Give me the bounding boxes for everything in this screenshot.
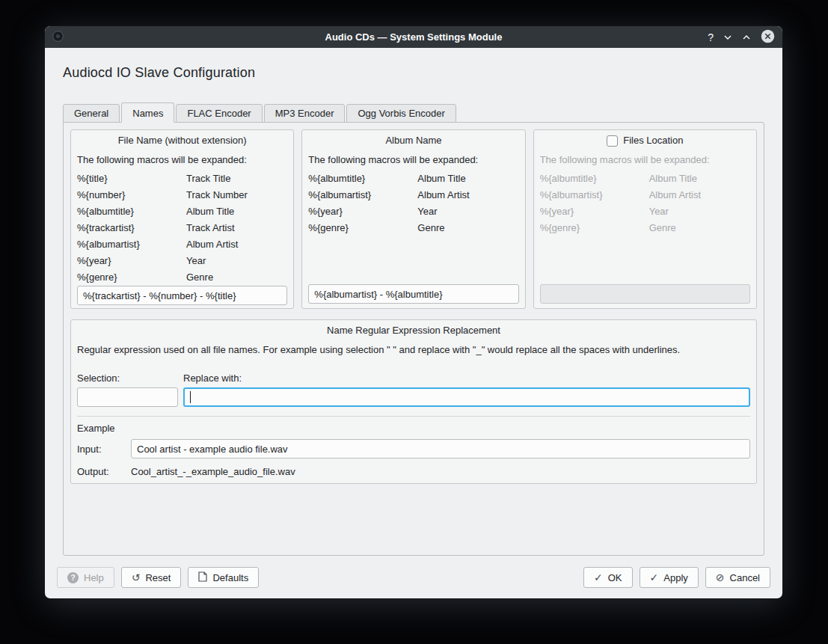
tab-names[interactable]: Names <box>121 102 174 123</box>
macro-row: %{genre} Genre <box>540 220 750 236</box>
circle-slash-icon: ⊘ <box>716 572 725 583</box>
macro-name: %{albumtitle} <box>540 171 649 187</box>
example-divider <box>77 416 750 417</box>
files-location-groupbox-title: Files Location <box>623 135 683 147</box>
replace-with-input[interactable] <box>183 387 750 407</box>
replace-with-label: Replace with: <box>183 372 242 384</box>
ok-button-label: OK <box>608 572 622 583</box>
macro-row: %{albumartist} Album Artist <box>77 236 287 253</box>
macro-description: Album Title <box>186 203 287 220</box>
files-location-pattern-input <box>540 284 750 304</box>
question-mark-icon: ? <box>708 32 714 43</box>
titlebar: Audio CDs — System Settings Module ? <box>45 26 782 48</box>
tab-bar: General Names FLAC Encoder MP3 Encoder O… <box>63 102 764 123</box>
macro-name: %{number} <box>77 187 186 203</box>
example-output-value: Cool_artist_-_example_audio_file.wav <box>131 466 295 477</box>
macro-row: %{genre} Genre <box>77 269 287 286</box>
names-tab-panel: File Name (without extension) The follow… <box>63 122 764 556</box>
checkmark-icon: ✓ <box>594 572 603 583</box>
macro-name: %{genre} <box>77 269 186 286</box>
example-output-label: Output: <box>77 466 131 477</box>
macro-description: Genre <box>186 269 287 286</box>
macro-description: Year <box>417 203 518 220</box>
macro-name: %{year} <box>77 253 186 269</box>
macro-row: %{year} Year <box>308 203 518 220</box>
defaults-button-label: Defaults <box>212 572 248 583</box>
files-location-groupbox: Files Location The following macros will… <box>533 129 757 309</box>
example-input-field[interactable] <box>131 439 750 459</box>
macro-description: Track Artist <box>186 220 287 236</box>
macro-row: %{albumtitle} Album Title <box>308 171 518 187</box>
tab-ogg-vorbis-encoder[interactable]: Ogg Vorbis Encoder <box>346 104 456 123</box>
apply-button[interactable]: ✓ Apply <box>640 567 699 588</box>
macro-name: %{albumtitle} <box>308 171 417 187</box>
example-label: Example <box>77 423 750 435</box>
file-name-macros-intro: The following macros will be expanded: <box>77 154 287 166</box>
example-input-label: Input: <box>77 444 131 455</box>
macro-row: %{genre} Genre <box>308 220 518 236</box>
files-location-macro-table: %{albumtitle} Album Title %{albumartist}… <box>540 171 750 236</box>
cancel-button-label: Cancel <box>730 572 760 583</box>
macro-name: %{albumartist} <box>540 187 649 203</box>
macro-row: %{albumtitle} Album Title <box>77 203 287 220</box>
macro-name: %{genre} <box>540 220 649 236</box>
macro-description: Track Title <box>186 171 287 187</box>
undo-icon: ↺ <box>132 572 141 583</box>
macro-description: Genre <box>649 220 750 236</box>
settings-window: Audio CDs — System Settings Module ? <box>45 26 782 598</box>
regex-replacement-groupbox: Name Regular Expression Replacement Regu… <box>70 319 757 484</box>
regex-groupbox-title: Name Regular Expression Replacement <box>77 325 750 337</box>
titlebar-rollup-button[interactable] <box>742 31 751 43</box>
tab-flac-encoder[interactable]: FLAC Encoder <box>176 104 262 123</box>
macro-description: Album Artist <box>417 187 518 203</box>
album-name-groupbox: Album Name The following macros will be … <box>301 129 525 309</box>
macro-description: Album Artist <box>649 187 750 203</box>
macro-description: Album Title <box>649 171 750 187</box>
album-name-groupbox-title: Album Name <box>308 135 518 147</box>
album-name-macros-intro: The following macros will be expanded: <box>308 154 518 166</box>
macro-name: %{albumtitle} <box>77 203 186 220</box>
regex-description: Regular expression used on all file name… <box>77 344 750 356</box>
macro-name: %{year} <box>540 203 649 220</box>
reset-button-label: Reset <box>145 572 171 583</box>
audiocd-window-icon <box>52 31 64 44</box>
checkmark-icon: ✓ <box>650 572 659 583</box>
ok-button[interactable]: ✓ OK <box>583 567 633 588</box>
album-name-pattern-input[interactable] <box>308 284 518 304</box>
macro-name: %{albumartist} <box>77 236 186 253</box>
album-name-macro-table: %{albumtitle} Album Title %{albumartist}… <box>308 171 518 236</box>
selection-label: Selection: <box>77 372 183 384</box>
chevron-down-icon <box>723 31 732 43</box>
macro-row: %{albumartist} Album Artist <box>540 187 750 203</box>
help-button[interactable]: ? Help <box>57 567 114 588</box>
defaults-button[interactable]: Defaults <box>188 567 259 588</box>
chevron-up-icon <box>742 31 751 43</box>
selection-input[interactable] <box>77 387 178 407</box>
file-name-pattern-input[interactable] <box>77 286 287 305</box>
tab-general[interactable]: General <box>63 104 120 123</box>
titlebar-help-button[interactable]: ? <box>708 32 714 43</box>
macro-name: %{genre} <box>308 220 417 236</box>
help-icon: ? <box>67 572 79 583</box>
cancel-button[interactable]: ⊘ Cancel <box>705 567 770 588</box>
macro-description: Year <box>649 203 750 220</box>
help-button-label: Help <box>84 572 104 583</box>
macro-row: %{title} Track Title <box>77 171 287 187</box>
reset-button[interactable]: ↺ Reset <box>121 567 182 588</box>
macro-row: %{albumartist} Album Artist <box>308 187 518 203</box>
page-title: Audiocd IO Slave Configuration <box>63 65 764 81</box>
macro-name: %{albumartist} <box>308 187 417 203</box>
files-location-checkbox[interactable] <box>607 135 618 147</box>
macro-row: %{albumtitle} Album Title <box>540 171 750 187</box>
text-cursor <box>190 391 191 403</box>
tab-mp3-encoder[interactable]: MP3 Encoder <box>264 104 346 123</box>
titlebar-close-button[interactable] <box>761 29 775 46</box>
macro-description: Genre <box>417 220 518 236</box>
titlebar-rolldown-button[interactable] <box>723 31 732 43</box>
macro-description: Album Artist <box>186 236 287 253</box>
macro-description: Year <box>186 253 287 269</box>
apply-button-label: Apply <box>663 572 688 583</box>
macro-row: %{year} Year <box>540 203 750 220</box>
file-name-groupbox-title: File Name (without extension) <box>77 135 287 147</box>
macro-description: Album Title <box>417 171 518 187</box>
